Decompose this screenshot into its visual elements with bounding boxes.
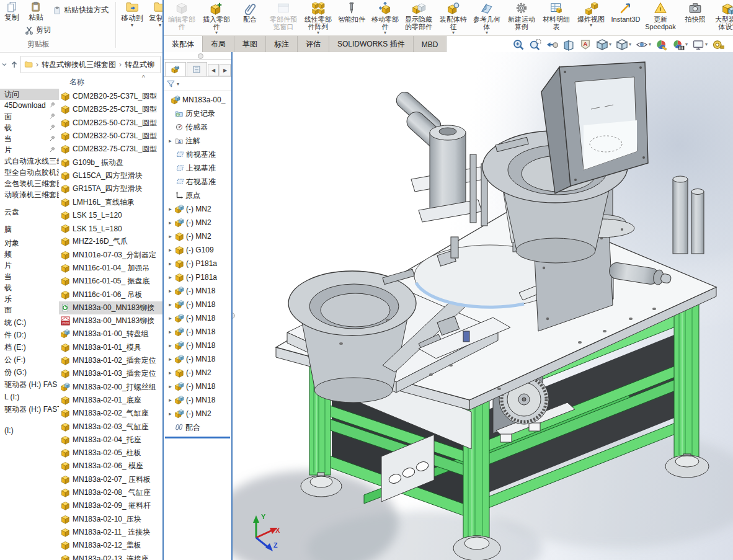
tree-item-4[interactable]: 上视基准 — [164, 161, 231, 175]
file-row[interactable]: MN183a-02-01_底座 — [59, 394, 162, 407]
file-row[interactable]: MN101e-07-03_分割器定 — [59, 249, 162, 262]
chevron-down-icon[interactable]: ▾ — [705, 42, 708, 47]
chevron-down-icon[interactable]: ▾ — [486, 30, 488, 35]
display-style-button[interactable]: ▾ — [615, 38, 633, 51]
previous-view-button[interactable] — [544, 38, 559, 51]
tab-property-manager[interactable] — [187, 62, 208, 76]
tree-item-16[interactable]: ▸(-) MN18 — [164, 325, 231, 339]
file-row[interactable]: MN116c-01-06_ 吊板 — [59, 288, 162, 301]
tree-filter[interactable]: ▾ — [164, 77, 231, 91]
ribbon-button-snapshot[interactable]: 拍快照 — [678, 0, 712, 35]
zoom-fit-button[interactable] — [511, 38, 526, 51]
chevron-down-icon[interactable]: ▾ — [215, 30, 218, 35]
tree-item-17[interactable]: ▸(-) MN18 — [164, 339, 231, 352]
tree-item-11[interactable]: ▸(-) P181a — [164, 257, 231, 270]
sidebar-item-10[interactable]: 云盘 — [0, 207, 59, 218]
annotation-view-button[interactable]: A — [578, 38, 593, 51]
sort-indicator-icon[interactable]: ^ — [142, 75, 145, 84]
edit-appearance-button[interactable] — [654, 38, 669, 51]
chevron-down-icon[interactable]: ▾ — [452, 30, 455, 35]
file-row[interactable]: MN183a-02-07_ 压料板 — [59, 473, 162, 486]
tree-item-23[interactable]: 配合 — [164, 420, 231, 434]
sidebar-item-2[interactable]: 面 — [0, 111, 59, 122]
sidebar-item-8[interactable]: 盒包装机三维套图 — [0, 178, 59, 189]
breadcrumb-folder[interactable]: 转盘式铆接机三维套图 — [42, 60, 116, 70]
tree-item-13[interactable]: ▸(-) MN18 — [164, 284, 231, 298]
apply-scene-button[interactable]: ▾ — [671, 38, 689, 51]
file-row[interactable]: 2020MN183a-00_MN183铆接 — [59, 314, 162, 327]
ribbon-button-mate[interactable]: 配合 — [233, 0, 267, 35]
tree-item-14[interactable]: ▸(-) MN18 — [164, 298, 231, 311]
tree-item-0[interactable]: 历史记录 — [164, 107, 231, 120]
file-row[interactable]: G109b_ 振动盘 — [59, 156, 162, 169]
sidebar-item-20[interactable]: 件 (D:) — [0, 329, 59, 340]
expand-arrow-icon[interactable]: ▸ — [167, 233, 173, 239]
back-history-chevron-icon[interactable] — [1, 61, 7, 68]
expand-arrow-icon[interactable]: ▸ — [167, 411, 173, 417]
sidebar-item-19[interactable]: 统 (C:) — [0, 317, 59, 328]
move-to-button[interactable]: 移动到 ▾ — [119, 1, 145, 27]
panel-tab-right-arrow[interactable]: ▶ — [220, 64, 231, 76]
tab-MBD[interactable]: MBD — [414, 36, 447, 53]
sidebar-item-18[interactable]: 面 — [0, 304, 59, 316]
tab-feature-tree[interactable] — [165, 62, 186, 76]
zoom-area-button[interactable] — [528, 38, 543, 51]
tree-item-5[interactable]: 右视基准 — [164, 175, 231, 189]
file-row[interactable]: LSK 15_L=120 — [59, 209, 162, 222]
ribbon-button-large-assembly[interactable]: 大型装配体设置 — [712, 0, 733, 35]
file-row[interactable]: GL15CA_四方型滑块 — [59, 169, 162, 182]
sidebar-item-22[interactable]: 公 (F:) — [0, 354, 59, 365]
file-row[interactable]: CDM2B32-75-C73L_圆型 — [59, 143, 162, 156]
chevron-down-icon[interactable]: ▾ — [317, 30, 319, 35]
expand-arrow-icon[interactable]: ▸ — [167, 397, 173, 403]
file-row[interactable]: MN183a-02-11_ 连接块 — [59, 526, 162, 539]
panel-tab-left-arrow[interactable]: ◀ — [208, 64, 219, 76]
expand-arrow-icon[interactable]: ▸ — [167, 329, 173, 335]
expand-arrow-icon[interactable]: ▸ — [167, 288, 173, 294]
sidebar-item-6[interactable]: 式自动流水线三维 — [0, 156, 59, 167]
file-row[interactable]: CDM2B25-50-C73L_圆型 — [59, 117, 162, 130]
ribbon-button-bom[interactable]: 材料明细表 — [540, 0, 573, 35]
sidebar-item-12[interactable]: 对象 — [0, 238, 59, 249]
ribbon-button-reference-geometry[interactable]: 参考几何体▾ — [470, 0, 504, 35]
panel-splitter-handle[interactable] — [164, 52, 231, 60]
tree-root[interactable]: MN183a-00_ — [164, 93, 231, 107]
sidebar-item-27[interactable]: (I:) — [0, 425, 59, 436]
file-row[interactable]: MN183a-02-09_ 摧料杆 — [59, 499, 162, 512]
file-row[interactable]: MN183a-02-06_ 模座 — [59, 460, 162, 473]
chevron-down-icon[interactable]: ▾ — [590, 23, 592, 27]
tab-评估[interactable]: 评估 — [298, 36, 329, 53]
tree-item-9[interactable]: ▸(-) MN2 — [164, 229, 231, 243]
tab-SOLIDWORKS 插件[interactable]: SOLIDWORKS 插件 — [329, 36, 414, 53]
tree-item-2[interactable]: ▸A注解 — [164, 134, 231, 148]
sidebar-item-13[interactable]: 频 — [0, 249, 59, 260]
rollback-bar[interactable] — [165, 437, 230, 438]
tree-item-8[interactable]: ▸(-) MN2 — [164, 216, 231, 229]
file-row[interactable]: CDM2B20-25-C37L_圆型 — [59, 90, 162, 103]
file-row[interactable]: MN116c-01-05_ 振盘底 — [59, 275, 162, 288]
ribbon-button-update-speedpak[interactable]: !更新 Speedpak — [644, 0, 677, 35]
expand-arrow-icon[interactable]: ▸ — [167, 247, 173, 253]
graphics-viewport[interactable]: Y X Z — [233, 52, 733, 560]
sidebar-item-17[interactable]: 乐 — [0, 293, 59, 304]
sidebar-item-15[interactable]: 当 — [0, 271, 59, 282]
sidebar-item-5[interactable]: 片 — [0, 144, 59, 156]
sidebar-item-7[interactable]: 型全自动点胶机浅 — [0, 167, 59, 178]
view-settings-button[interactable]: ▾ — [691, 38, 709, 51]
breadcrumb[interactable]: › 转盘式铆接机三维套图 › 转盘式铆 — [20, 56, 161, 73]
tree-item-18[interactable]: ▸(-) MN18 — [164, 352, 231, 366]
expand-arrow-icon[interactable]: ▸ — [167, 356, 173, 362]
ribbon-button-show-hidden[interactable]: 显示隐藏的零部件 — [402, 0, 435, 35]
breadcrumb-folder[interactable]: 转盘式铆 — [125, 60, 154, 70]
chevron-down-icon[interactable]: ▾ — [384, 30, 386, 35]
sidebar-item-21[interactable]: 档 (E:) — [0, 342, 59, 353]
chevron-down-icon[interactable]: ▾ — [685, 42, 688, 47]
ribbon-button-move-component[interactable]: 移动零部件▾ — [368, 0, 402, 35]
machine-3d-model[interactable] — [233, 52, 733, 560]
file-row[interactable]: MN183a-02-10_压块 — [59, 513, 162, 526]
sidebar-item-11[interactable]: 脑 — [0, 224, 59, 235]
ribbon-button-assembly-features[interactable]: 装配体特征▾ — [437, 0, 470, 35]
sidebar-item-1[interactable]: 45Download — [0, 100, 59, 111]
tree-item-10[interactable]: ▸(-) G109 — [164, 243, 231, 257]
file-row[interactable]: MN183a-02-04_托座 — [59, 433, 162, 447]
